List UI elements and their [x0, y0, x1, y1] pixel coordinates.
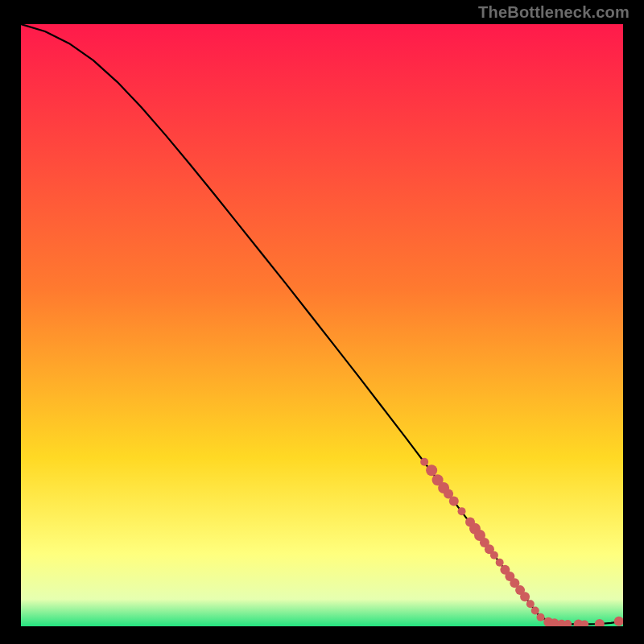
plot-svg: [21, 24, 623, 626]
data-point: [420, 458, 428, 466]
data-point: [520, 592, 530, 601]
data-point: [595, 619, 605, 626]
data-point: [490, 551, 498, 559]
data-point: [564, 620, 572, 626]
watermark-text: TheBottleneck.com: [478, 3, 630, 22]
data-point: [614, 617, 623, 626]
chart-stage: TheBottleneck.com: [0, 0, 644, 644]
data-point: [458, 507, 466, 515]
data-point: [426, 464, 437, 476]
plot-area: [21, 24, 623, 626]
data-point: [526, 600, 535, 608]
bottleneck-curve: [21, 24, 623, 624]
data-point: [537, 613, 545, 621]
data-point: [531, 607, 539, 615]
data-point: [496, 559, 504, 567]
data-point: [449, 496, 459, 506]
